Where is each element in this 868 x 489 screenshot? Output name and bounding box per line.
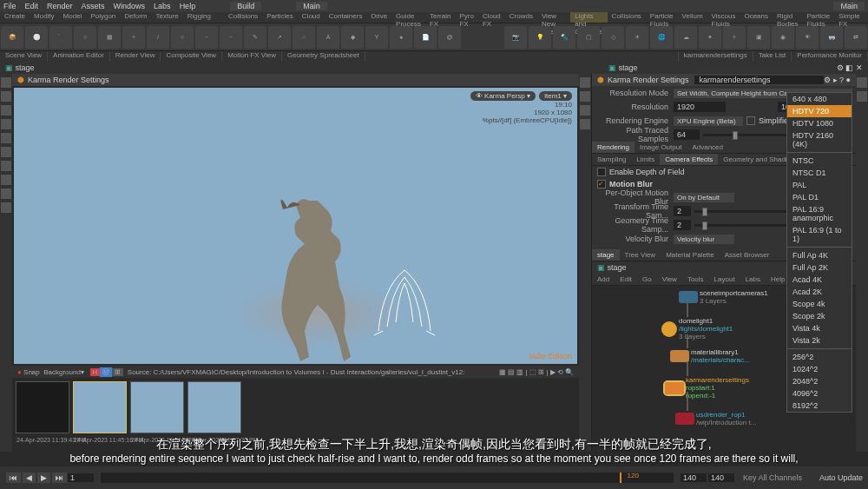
thumb-item[interactable]: 24-Apr-2023 11:51:57 PM: [130, 381, 184, 433]
net-menu-layout[interactable]: Layout: [709, 274, 740, 285]
tool-curve-basic[interactable]: ~: [220, 26, 242, 49]
preset-item[interactable]: Acad 4K: [787, 274, 852, 286]
tab-anim-editor[interactable]: Animation Editor: [48, 51, 110, 62]
perobj-dropdown[interactable]: On by Default: [674, 193, 734, 202]
tool-misc-icon[interactable]: [1, 188, 11, 199]
node-usdrender-rop[interactable]: usdrender_rop1/wip/Introduction t...: [675, 411, 756, 426]
mblur-checkbox[interactable]: [597, 180, 606, 188]
tool-sky-light[interactable]: ☁: [674, 26, 697, 49]
preset-item[interactable]: HDTV 2160 (4K): [787, 129, 852, 150]
shelf-tab[interactable]: Particle Fluids: [802, 12, 834, 23]
net-menu-tools[interactable]: Tools: [682, 274, 709, 285]
net-menu-go[interactable]: Go: [637, 274, 657, 285]
shelf-tab[interactable]: View New Shelf: [537, 12, 562, 23]
shelf-tab[interactable]: Containers: [325, 12, 367, 23]
tool-misc-icon[interactable]: [1, 175, 11, 185]
shelf-tab[interactable]: Modify: [30, 12, 59, 23]
shelf-tab[interactable]: Pyro FX: [865, 12, 868, 23]
tool-torus[interactable]: ○: [74, 26, 96, 49]
thumb-item[interactable]: 24-Apr-2023 11:39:43 PM: [16, 381, 69, 433]
shelf-tab[interactable]: Vellum: [678, 12, 707, 23]
tool-draw-curve[interactable]: ✎: [244, 26, 266, 49]
tool-geo-light[interactable]: ◇: [602, 26, 624, 49]
shelf-tab[interactable]: Pyro FX: [455, 12, 477, 23]
shelf-tab[interactable]: Rigid Bodies: [773, 12, 802, 23]
node-domelight[interactable]: domelight1/lights/domelight13 Layers: [661, 317, 733, 340]
tool-select-icon[interactable]: [1, 77, 11, 88]
net-tab-asset[interactable]: Asset Browser: [720, 249, 775, 261]
shelf-tab-lights[interactable]: Lights and Cameras: [570, 12, 607, 23]
tab-rendering[interactable]: Rendering: [592, 142, 635, 153]
preset-item[interactable]: HDTV 1080: [787, 117, 852, 129]
tool-tube[interactable]: ⬛: [49, 26, 72, 49]
net-tab-mat[interactable]: Material Palette: [661, 249, 720, 261]
tool-caustic-light[interactable]: ✧: [723, 26, 746, 49]
tool-vr-cam[interactable]: 🥽: [820, 26, 843, 49]
preset-item[interactable]: 1024^2: [787, 363, 852, 375]
preset-item[interactable]: NTSC D1: [787, 167, 852, 179]
tool-gi-light[interactable]: ✦: [699, 26, 721, 49]
shelf-tab[interactable]: Create: [0, 12, 30, 23]
tool-scale-icon[interactable]: [1, 119, 11, 129]
frame-range-field[interactable]: 140: [708, 473, 734, 482]
tab-advanced[interactable]: Advanced: [687, 142, 728, 153]
tool-switcher[interactable]: ⇄: [845, 26, 867, 49]
shelf-tab[interactable]: Rigging: [183, 12, 215, 23]
tool-spiral[interactable]: @: [438, 26, 461, 49]
display-opt-icon[interactable]: [580, 119, 590, 129]
preset-item[interactable]: 640 x 480: [787, 93, 852, 105]
preset-item[interactable]: PAL D1: [787, 191, 852, 203]
tool-spot-light[interactable]: 🔦: [553, 26, 575, 49]
shelf-tab[interactable]: Viscous Fluids: [707, 12, 740, 23]
shelf-tab[interactable]: Collisions: [608, 12, 646, 23]
tool-distant-light[interactable]: ☀: [626, 26, 648, 49]
tool-path[interactable]: ↗: [268, 26, 291, 49]
node-name-field[interactable]: karmarendersettings: [694, 76, 825, 84]
tab-render-view[interactable]: Render View: [110, 51, 161, 62]
frame-start-field[interactable]: 1: [68, 473, 94, 482]
render-viewport[interactable]: 👁 Karma Persp ▾ item1 ▾ 19:10 1920 x 108…: [14, 88, 577, 364]
preset-item-selected[interactable]: HDTV 720: [787, 105, 852, 117]
shelf-tab[interactable]: Polygon: [86, 12, 120, 23]
tab-take-list[interactable]: Take List: [753, 51, 792, 62]
preset-item[interactable]: Acad 2K: [787, 286, 852, 298]
preset-item[interactable]: 8192^2: [787, 400, 852, 412]
tab-perf-monitor[interactable]: Performance Monitor: [792, 51, 868, 62]
tool-ambient-light[interactable]: ◉: [772, 26, 794, 49]
tool-env-light[interactable]: 🌐: [650, 26, 673, 49]
preset-item[interactable]: PAL: [787, 179, 852, 191]
tool-file[interactable]: 📄: [414, 26, 437, 49]
samples-field[interactable]: 64: [674, 129, 700, 140]
thumb-item[interactable]: 24-Apr-2023 11:57:20 PM: [187, 381, 241, 433]
thumb-item[interactable]: 24-Apr-2023 11:45:16 PM: [73, 381, 127, 433]
lock-icon[interactable]: [857, 91, 867, 102]
shelf-tab[interactable]: Simple FX: [834, 12, 864, 23]
preset-item[interactable]: 256^2: [787, 351, 852, 363]
shelf-tab[interactable]: Particles: [262, 12, 298, 23]
tool-platonic[interactable]: ◆: [341, 26, 364, 49]
shelf-tab[interactable]: Particle Fluids: [646, 12, 678, 23]
play-next-button[interactable]: ▶: [37, 472, 50, 483]
shelf-tab[interactable]: Deform: [120, 12, 151, 23]
preset-item[interactable]: Vista 4k: [787, 322, 852, 334]
tool-null[interactable]: +: [122, 26, 145, 49]
tab-karmarendersettings[interactable]: karmarendersettings: [679, 51, 753, 62]
pin-icon[interactable]: [857, 77, 867, 88]
tool-misc-icon[interactable]: [1, 133, 11, 143]
net-menu-labs[interactable]: Labs: [740, 274, 766, 285]
display-opt-icon[interactable]: [580, 91, 590, 102]
shelf-tab[interactable]: Guide Process: [391, 12, 425, 23]
shelf-tab[interactable]: Model: [59, 12, 87, 23]
tab-image-output[interactable]: Image Output: [635, 142, 687, 153]
tool-point-light[interactable]: 💡: [529, 26, 551, 49]
net-menu-add[interactable]: Add: [592, 274, 615, 285]
tool-move-icon[interactable]: [1, 91, 11, 102]
preset-item[interactable]: 4096^2: [787, 387, 852, 400]
tab-geo-spreadsheet[interactable]: Geometry Spreadsheet: [282, 51, 365, 62]
tool-rotate-icon[interactable]: [1, 105, 11, 116]
tool-lsystem[interactable]: Y: [365, 26, 388, 49]
preset-item[interactable]: PAL 16:9 anamorphic: [787, 203, 852, 224]
menu-help[interactable]: Help: [180, 2, 196, 10]
node-materiallib[interactable]: materiallibrary1/materials/charac...: [670, 348, 750, 364]
tool-grid[interactable]: ▦: [98, 26, 121, 49]
